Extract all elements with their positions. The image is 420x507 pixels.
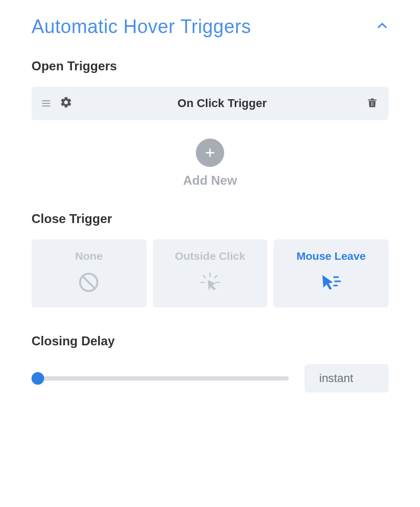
plus-button (196, 139, 224, 167)
svg-line-3 (83, 276, 95, 288)
closing-delay-control: instant (32, 364, 388, 393)
slider-track (32, 376, 289, 381)
ban-icon (77, 271, 100, 294)
close-option-outside-click[interactable]: Outside Click (153, 239, 268, 308)
delete-button[interactable] (366, 97, 378, 110)
add-new-button[interactable]: Add New (32, 139, 388, 188)
trigger-item-label: On Click Trigger (78, 97, 366, 110)
open-triggers-heading: Open Triggers (32, 59, 388, 73)
trigger-item[interactable]: On Click Trigger (32, 87, 388, 120)
svg-line-6 (215, 276, 217, 278)
close-option-none[interactable]: None (32, 239, 146, 308)
collapse-toggle[interactable] (376, 19, 388, 34)
close-trigger-options: None Outside Click Mouse Leave (32, 239, 388, 308)
panel-title: Automatic Hover Triggers (32, 16, 251, 38)
add-new-label: Add New (183, 173, 237, 188)
slider-thumb[interactable] (32, 372, 44, 385)
cursor-leave-icon (317, 271, 345, 294)
plus-icon (204, 146, 216, 159)
trash-icon (366, 97, 378, 108)
cursor-click-icon (198, 271, 222, 294)
close-option-label: Outside Click (175, 250, 245, 262)
chevron-up-icon (376, 19, 388, 32)
settings-button[interactable] (60, 96, 72, 111)
close-option-label: Mouse Leave (297, 250, 366, 262)
close-trigger-heading: Close Trigger (32, 212, 388, 226)
closing-delay-heading: Closing Delay (32, 334, 388, 348)
panel-header: Automatic Hover Triggers (32, 16, 388, 38)
svg-line-5 (203, 276, 205, 278)
drag-handle-icon[interactable] (42, 100, 50, 107)
close-option-mouse-leave[interactable]: Mouse Leave (274, 239, 388, 308)
gear-icon (60, 96, 72, 109)
closing-delay-slider[interactable] (32, 372, 289, 385)
close-option-label: None (75, 250, 103, 262)
closing-delay-value[interactable]: instant (304, 364, 388, 393)
